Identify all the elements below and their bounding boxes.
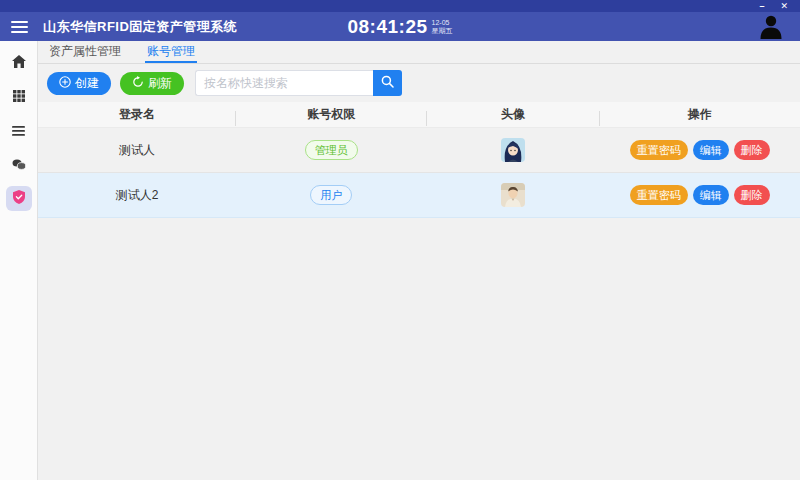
sidebar bbox=[0, 41, 38, 480]
delete-button[interactable]: 删除 bbox=[734, 140, 770, 160]
search-icon bbox=[381, 75, 394, 91]
table-header: 登录名 账号权限 头像 操作 bbox=[38, 102, 800, 128]
home-icon bbox=[12, 54, 26, 72]
avatar-cell bbox=[427, 138, 600, 162]
sidebar-item-accounts[interactable] bbox=[6, 186, 32, 211]
clock-time: 08:41:25 bbox=[347, 16, 427, 38]
role-cell: 管理员 bbox=[236, 140, 427, 160]
column-header-avatar: 头像 bbox=[427, 106, 600, 123]
close-icon[interactable]: ✕ bbox=[780, 2, 788, 11]
refresh-button[interactable]: 刷新 bbox=[120, 72, 184, 95]
reset-password-button[interactable]: 重置密码 bbox=[630, 140, 688, 160]
circle-plus-icon bbox=[59, 76, 71, 91]
avatar-cell bbox=[427, 183, 600, 207]
tab-bar: 资产属性管理 账号管理 bbox=[38, 41, 800, 64]
tab-asset-attribute-management[interactable]: 资产属性管理 bbox=[47, 41, 123, 63]
create-button-label: 创建 bbox=[75, 75, 99, 92]
toolbar: 创建 刷新 bbox=[38, 64, 800, 102]
column-header-role: 账号权限 bbox=[236, 106, 427, 123]
main-content: 资产属性管理 账号管理 创建 刷新 bbox=[38, 41, 800, 480]
tab-account-management[interactable]: 账号管理 bbox=[145, 41, 197, 63]
search-group bbox=[195, 70, 402, 96]
refresh-button-label: 刷新 bbox=[148, 75, 172, 92]
role-badge: 用户 bbox=[310, 185, 352, 205]
delete-button[interactable]: 删除 bbox=[734, 185, 770, 205]
sidebar-item-home[interactable] bbox=[6, 50, 32, 75]
clock-date-block: 12-05 星期五 bbox=[432, 19, 453, 35]
user-avatar-icon[interactable] bbox=[758, 13, 784, 43]
actions-cell: 重置密码 编辑 删除 bbox=[600, 140, 800, 160]
role-cell: 用户 bbox=[236, 185, 427, 205]
hamburger-menu-icon[interactable] bbox=[11, 21, 28, 33]
app-bar: 山东华信RFID固定资产管理系统 08:41:25 12-05 星期五 bbox=[0, 12, 800, 41]
blue-haired-girl-avatar bbox=[501, 138, 525, 162]
accounts-table: 登录名 账号权限 头像 操作 测试人 管理员 bbox=[38, 102, 800, 218]
table-row[interactable]: 测试人 管理员 bbox=[38, 128, 800, 173]
portrait-avatar bbox=[501, 183, 525, 207]
edit-button[interactable]: 编辑 bbox=[693, 185, 729, 205]
apps-grid-icon bbox=[13, 88, 25, 106]
window-titlebar: – ✕ bbox=[0, 0, 800, 12]
clock: 08:41:25 12-05 星期五 bbox=[347, 16, 452, 38]
minimize-icon[interactable]: – bbox=[759, 2, 764, 11]
column-header-login: 登录名 bbox=[38, 106, 236, 123]
reset-password-button[interactable]: 重置密码 bbox=[630, 185, 688, 205]
clock-date: 12-05 bbox=[432, 19, 453, 27]
login-name-cell: 测试人 bbox=[38, 142, 236, 159]
app-title: 山东华信RFID固定资产管理系统 bbox=[43, 18, 237, 36]
edit-button[interactable]: 编辑 bbox=[693, 140, 729, 160]
list-icon bbox=[12, 122, 25, 140]
refresh-icon bbox=[132, 76, 144, 91]
clock-weekday: 星期五 bbox=[432, 27, 453, 35]
coins-icon bbox=[12, 156, 26, 174]
create-button[interactable]: 创建 bbox=[47, 72, 111, 95]
sidebar-item-list[interactable] bbox=[6, 118, 32, 143]
shield-icon bbox=[13, 190, 25, 208]
search-button[interactable] bbox=[373, 70, 402, 96]
search-input[interactable] bbox=[195, 70, 373, 96]
sidebar-item-apps[interactable] bbox=[6, 84, 32, 109]
actions-cell: 重置密码 编辑 删除 bbox=[600, 185, 800, 205]
sidebar-item-coins[interactable] bbox=[6, 152, 32, 177]
login-name-cell: 测试人2 bbox=[38, 187, 236, 204]
role-badge: 管理员 bbox=[305, 140, 358, 160]
table-row[interactable]: 测试人2 用户 bbox=[38, 173, 800, 218]
column-header-actions: 操作 bbox=[600, 106, 800, 123]
